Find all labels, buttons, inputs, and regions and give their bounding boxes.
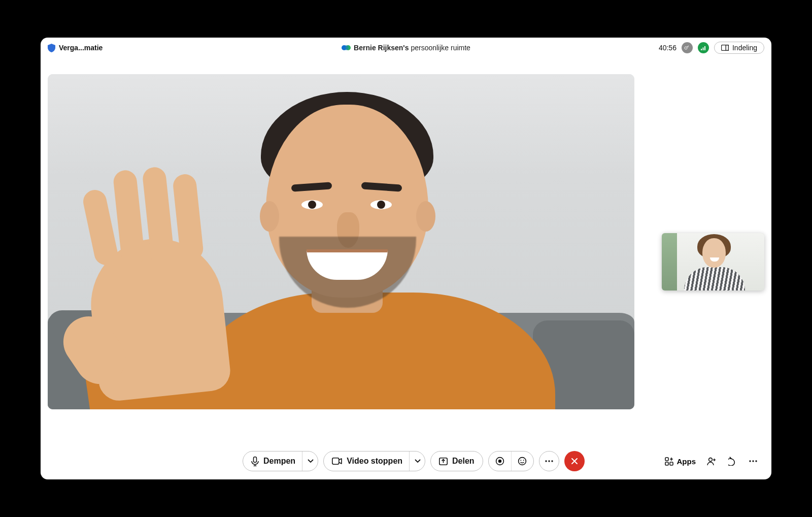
svg-point-19 <box>551 460 553 462</box>
control-bar: Dempen Video stoppen <box>41 443 771 479</box>
top-bar-center: Bernie Rijksen's persoonlijke ruimte <box>180 44 632 52</box>
participants-button[interactable] <box>707 457 717 466</box>
layout-button[interactable]: Indeling <box>714 42 764 54</box>
apps-button[interactable]: Apps <box>665 457 696 466</box>
svg-point-13 <box>498 460 501 463</box>
panel-more-button[interactable] <box>749 460 757 462</box>
svg-rect-4 <box>701 49 702 50</box>
close-icon <box>571 458 578 465</box>
top-bar-right: 40:56 Indeling <box>632 42 764 54</box>
self-view-thumbnail[interactable] <box>662 233 764 290</box>
meeting-window: Verga...matie Bernie Rijksen's persoonli… <box>41 38 771 479</box>
network-signal-icon[interactable] <box>698 42 709 53</box>
svg-rect-5 <box>703 47 704 50</box>
more-horizontal-icon <box>749 460 757 462</box>
apps-label: Apps <box>677 457 696 466</box>
record-reactions-group <box>488 451 534 471</box>
layout-button-label: Indeling <box>732 44 757 52</box>
top-bar: Verga...matie Bernie Rijksen's persoonli… <box>41 38 771 58</box>
svg-rect-21 <box>665 462 668 465</box>
video-options-caret[interactable] <box>409 451 421 471</box>
mute-label: Dempen <box>263 457 295 466</box>
encryption-icon[interactable] <box>682 42 693 53</box>
room-title[interactable]: Bernie Rijksen's persoonlijke ruimte <box>354 44 470 52</box>
record-icon <box>495 457 504 466</box>
microphone-icon <box>251 457 259 466</box>
room-suffix: persoonlijke ruimte <box>411 44 470 52</box>
webex-logo-icon <box>342 44 351 51</box>
svg-rect-7 <box>721 45 728 51</box>
mute-options-caret[interactable] <box>302 451 314 471</box>
more-options-button[interactable] <box>539 451 559 471</box>
center-controls: Dempen Video stoppen <box>243 451 585 471</box>
camera-icon <box>332 458 342 465</box>
end-call-button[interactable] <box>564 451 585 471</box>
svg-point-26 <box>755 460 757 462</box>
layout-icon <box>721 45 729 51</box>
chevron-down-icon <box>415 459 421 463</box>
svg-point-24 <box>749 460 751 462</box>
share-screen-icon <box>439 458 448 465</box>
svg-point-15 <box>520 460 521 461</box>
share-label: Delen <box>452 457 475 466</box>
more-horizontal-icon <box>545 460 553 462</box>
svg-rect-20 <box>665 458 668 461</box>
meeting-info-label[interactable]: Verga...matie <box>59 44 103 52</box>
svg-point-25 <box>752 460 754 462</box>
svg-point-17 <box>545 460 547 462</box>
participants-icon <box>707 457 717 466</box>
chat-button[interactable] <box>728 457 738 466</box>
chevron-down-icon <box>308 459 314 463</box>
svg-rect-22 <box>670 462 673 465</box>
svg-point-2 <box>344 45 349 50</box>
svg-point-14 <box>519 458 526 465</box>
svg-point-18 <box>548 460 550 462</box>
meeting-timer: 40:56 <box>659 44 676 52</box>
share-button[interactable]: Delen <box>430 451 483 471</box>
reactions-button[interactable] <box>511 451 533 471</box>
svg-rect-6 <box>704 46 705 50</box>
main-participant-video[interactable] <box>48 74 634 409</box>
apps-icon <box>665 457 673 466</box>
mute-button[interactable]: Dempen <box>243 451 318 471</box>
right-controls: Apps <box>665 457 763 466</box>
smile-icon <box>518 457 527 466</box>
room-owner-name: Bernie Rijksen's <box>354 44 409 52</box>
shield-icon <box>48 44 55 52</box>
record-button[interactable] <box>489 451 511 471</box>
video-button[interactable]: Video stoppen <box>323 451 425 471</box>
svg-rect-8 <box>726 45 728 51</box>
svg-point-23 <box>709 458 713 461</box>
svg-point-16 <box>523 460 524 461</box>
chat-icon <box>728 457 738 466</box>
video-stage-area <box>41 58 771 443</box>
video-label: Video stoppen <box>347 457 402 466</box>
top-bar-left: Verga...matie <box>48 44 180 52</box>
svg-rect-9 <box>254 457 257 462</box>
svg-rect-10 <box>332 458 339 464</box>
